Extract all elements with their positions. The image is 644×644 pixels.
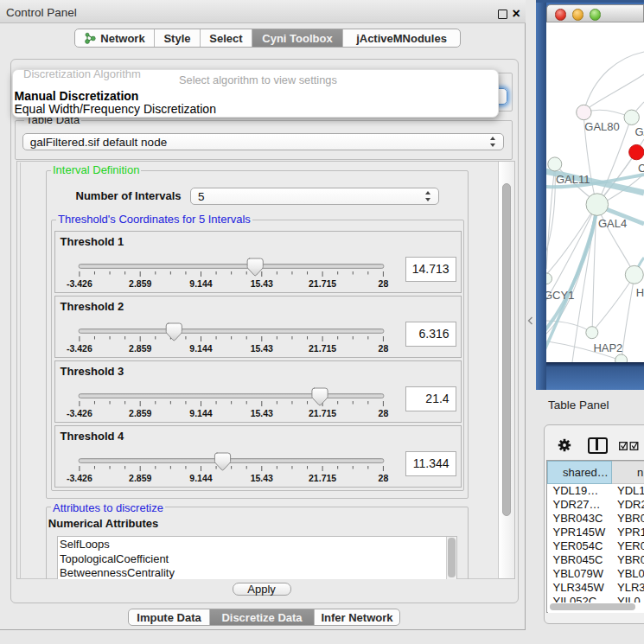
- svg-text:GAL11: GAL11: [556, 173, 590, 186]
- svg-text:-3.426: -3.426: [67, 473, 92, 483]
- svg-text:21.715: 21.715: [309, 343, 336, 354]
- svg-text:28: 28: [378, 408, 388, 418]
- svg-text:2.859: 2.859: [129, 278, 151, 289]
- svg-text:2.859: 2.859: [129, 408, 151, 418]
- svg-text:15.43: 15.43: [250, 408, 272, 418]
- svg-text:28: 28: [378, 278, 388, 289]
- svg-text:15.43: 15.43: [250, 473, 272, 483]
- svg-text:21.715: 21.715: [309, 408, 336, 418]
- svg-text:-3.426: -3.426: [67, 408, 92, 418]
- svg-text:-3.426: -3.426: [67, 278, 92, 289]
- svg-text:9.144: 9.144: [189, 473, 212, 483]
- svg-text:H: H: [636, 286, 644, 299]
- svg-text:2.859: 2.859: [129, 343, 151, 354]
- svg-text:9.144: 9.144: [189, 278, 212, 289]
- svg-text:GAL80: GAL80: [584, 120, 619, 133]
- svg-text:28: 28: [378, 473, 388, 483]
- svg-text:GAL4: GAL4: [598, 217, 627, 230]
- svg-text:C: C: [638, 162, 644, 175]
- svg-text:GA: GA: [634, 125, 644, 138]
- svg-text:9.144: 9.144: [189, 408, 212, 418]
- svg-text:21.715: 21.715: [309, 278, 336, 289]
- svg-text:15.43: 15.43: [250, 343, 272, 354]
- svg-text:9.144: 9.144: [189, 343, 212, 354]
- svg-text:15.43: 15.43: [250, 278, 272, 289]
- svg-text:HAP2: HAP2: [593, 341, 622, 354]
- svg-text:GCY1: GCY1: [546, 289, 574, 302]
- svg-text:-3.426: -3.426: [67, 343, 92, 354]
- svg-text:2.859: 2.859: [129, 473, 151, 483]
- svg-text:28: 28: [378, 343, 388, 354]
- svg-text:21.715: 21.715: [309, 473, 336, 483]
